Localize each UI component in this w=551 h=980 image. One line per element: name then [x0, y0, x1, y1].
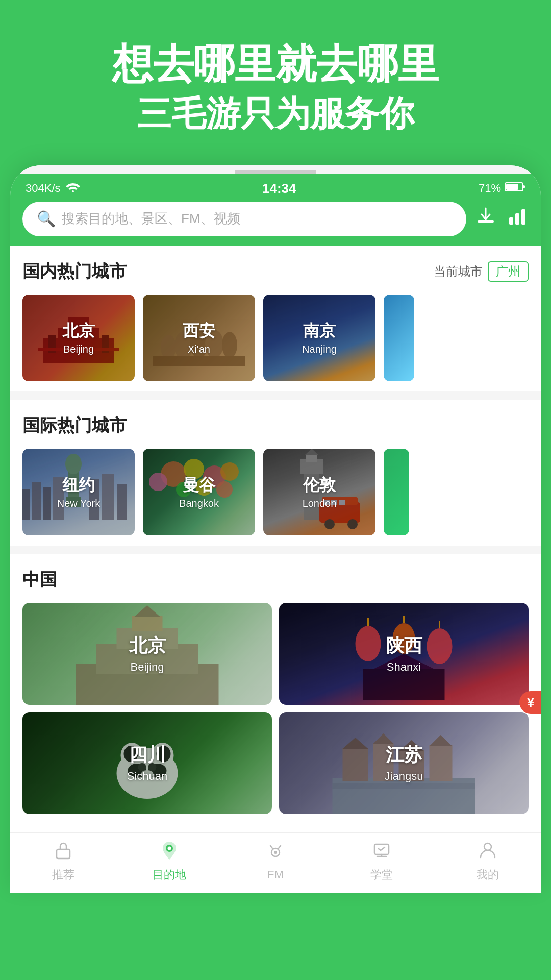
- nav-icon-recommend: [54, 840, 73, 864]
- bottom-nav: 推荐 目的地 FM: [10, 832, 541, 893]
- nav-label-profile: 我的: [477, 867, 499, 883]
- nav-icon-fm: [266, 841, 285, 865]
- international-title: 国际热门城市: [22, 414, 127, 437]
- china-grid: 北京 Beijing: [22, 603, 529, 814]
- city-card-nanjing[interactable]: 南京 Nanjing: [263, 295, 375, 381]
- battery-percent: 71%: [479, 182, 501, 195]
- domestic-city-scroll: 北京 Beijing: [22, 295, 529, 381]
- status-speed: 304K/s: [26, 182, 61, 195]
- nav-label-destination: 目的地: [153, 867, 186, 883]
- phone-frame: 304K/s 14:34 71% 🔍: [10, 165, 541, 893]
- nav-icon-classroom: [372, 840, 391, 864]
- nav-item-destination[interactable]: 目的地: [116, 840, 222, 883]
- city-name-zh-newyork: 纽约: [62, 474, 95, 497]
- current-city-badge[interactable]: 广州: [488, 261, 529, 282]
- search-input[interactable]: 🔍 搜索目的地、景区、FM、视频: [22, 202, 466, 236]
- domestic-section: 国内热门城市 当前城市 广州: [10, 246, 541, 391]
- city-card-beijing[interactable]: 北京 Beijing: [22, 295, 135, 381]
- chart-icon[interactable]: [506, 205, 529, 233]
- city-card-nanjing-overlay: 南京 Nanjing: [263, 295, 375, 381]
- china-header: 中国: [22, 568, 529, 592]
- nav-item-recommend[interactable]: 推荐: [10, 840, 116, 883]
- svg-rect-7: [521, 209, 525, 225]
- city-name-zh-london: 伦敦: [303, 474, 336, 497]
- city-card-newyork[interactable]: 纽约 New York: [22, 449, 135, 535]
- svg-rect-4: [478, 220, 494, 223]
- nav-icon-destination: [160, 840, 179, 864]
- svg-rect-82: [57, 849, 70, 859]
- city-card-bangkok[interactable]: 曼谷 Bangkok: [143, 449, 255, 535]
- search-icon: 🔍: [37, 210, 56, 228]
- city-name-en-beijing: Beijing: [63, 344, 94, 355]
- china-card-jiangsu[interactable]: 江苏 Jiangsu: [279, 712, 529, 814]
- svg-rect-6: [515, 213, 519, 225]
- china-card-jiangsu-overlay: 江苏 Jiangsu: [279, 712, 529, 814]
- city-name-zh-xian: 西安: [183, 320, 215, 342]
- status-left: 304K/s: [26, 181, 80, 195]
- city-card-beijing-overlay: 北京 Beijing: [22, 295, 135, 381]
- city-name-en-xian: Xi'an: [188, 344, 210, 355]
- hero-title: 想去哪里就去哪里: [31, 41, 520, 88]
- search-placeholder: 搜索目的地、景区、FM、视频: [62, 210, 240, 228]
- china-card-shaanxi[interactable]: 陕西 Shanxi: [279, 603, 529, 705]
- china-name-zh-shaanxi: 陕西: [386, 633, 422, 658]
- wifi-icon: [66, 181, 80, 195]
- city-name-zh-beijing: 北京: [62, 320, 95, 342]
- city-name-en-nanjing: Nanjing: [302, 344, 337, 355]
- china-card-sichuan-overlay: 四川 Sichuan: [22, 712, 272, 814]
- nav-label-recommend: 推荐: [52, 867, 74, 883]
- city-name-en-bangkok: Bangkok: [179, 498, 219, 509]
- city-card-london[interactable]: 伦敦 London: [263, 449, 375, 535]
- svg-rect-5: [509, 217, 513, 225]
- city-name-en-newyork: New York: [57, 498, 101, 509]
- hero-section: 想去哪里就去哪里 三毛游只为服务你: [0, 0, 551, 135]
- china-name-en-shaanxi: Shanxi: [387, 660, 421, 674]
- phone-notch-bar: [10, 165, 541, 174]
- china-card-sichuan[interactable]: 四川 Sichuan: [22, 712, 272, 814]
- international-section: 国际热门城市: [10, 400, 541, 546]
- china-card-beijing[interactable]: 北京 Beijing: [22, 603, 272, 705]
- international-header: 国际热门城市: [22, 414, 529, 437]
- battery-icon: [505, 182, 525, 195]
- city-card-xian-overlay: 西安 Xi'an: [143, 295, 255, 381]
- search-bar-wrap: 🔍 搜索目的地、景区、FM、视频: [10, 202, 541, 246]
- status-bar: 304K/s 14:34 71%: [10, 174, 541, 202]
- china-name-en-beijing: Beijing: [130, 660, 164, 674]
- city-card-xian[interactable]: 西安 Xi'an: [143, 295, 255, 381]
- nav-item-profile[interactable]: 我的: [435, 840, 541, 883]
- hero-subtitle: 三毛游只为服务你: [31, 93, 520, 135]
- city-card-bangkok-overlay: 曼谷 Bangkok: [143, 449, 255, 535]
- city-name-zh-nanjing: 南京: [303, 320, 336, 342]
- china-name-zh-beijing: 北京: [129, 633, 166, 658]
- current-city-label: 当前城市: [434, 263, 483, 280]
- china-name-zh-sichuan: 四川: [129, 743, 166, 768]
- download-icon[interactable]: [474, 205, 497, 233]
- city-card-partial2: [384, 449, 409, 535]
- city-name-zh-bangkok: 曼谷: [183, 474, 215, 497]
- city-card-london-overlay: 伦敦 London: [263, 449, 375, 535]
- svg-point-84: [168, 846, 171, 850]
- china-title: 中国: [22, 568, 57, 592]
- domestic-header: 国内热门城市 当前城市 广州: [22, 260, 529, 283]
- svg-rect-2: [523, 185, 525, 188]
- nav-item-classroom[interactable]: 学堂: [329, 840, 435, 883]
- svg-point-86: [274, 851, 277, 854]
- city-card-partial: [384, 295, 414, 381]
- domestic-meta: 当前城市 广州: [434, 261, 529, 282]
- china-card-beijing-overlay: 北京 Beijing: [22, 603, 272, 705]
- svg-rect-3: [506, 184, 518, 190]
- svg-point-88: [484, 843, 491, 850]
- china-name-en-jiangsu: Jiangsu: [385, 770, 423, 783]
- china-section: 中国 北京 Beij: [10, 554, 541, 824]
- red-badge[interactable]: ¥: [519, 691, 541, 714]
- international-city-scroll: 纽约 New York: [22, 449, 529, 535]
- china-name-en-sichuan: Sichuan: [127, 770, 168, 783]
- city-name-en-london: London: [303, 498, 337, 509]
- red-badge-icon: ¥: [527, 695, 534, 710]
- china-name-zh-jiangsu: 江苏: [386, 743, 422, 768]
- nav-item-fm[interactable]: FM: [222, 841, 329, 881]
- nav-label-fm: FM: [267, 868, 284, 881]
- nav-icon-profile: [478, 840, 497, 864]
- status-time: 14:34: [262, 181, 296, 197]
- domestic-title: 国内热门城市: [22, 260, 127, 283]
